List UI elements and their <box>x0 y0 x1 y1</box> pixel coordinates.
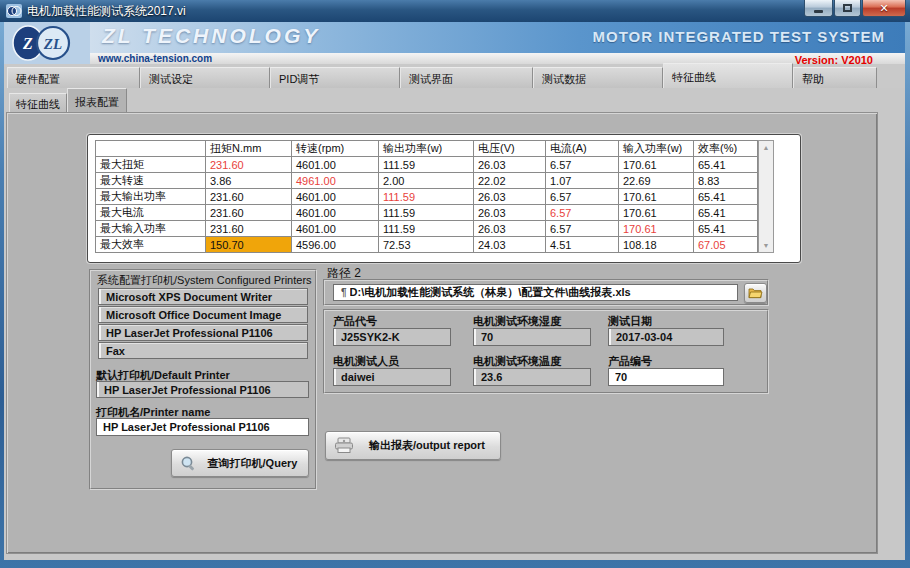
col-header-speed: 转速(rpm) <box>292 141 379 157</box>
sub-tab-characteristic-curve[interactable]: 特征曲线 <box>9 93 67 112</box>
table-cell: 6.57 <box>546 205 619 221</box>
table-cell: 72.53 <box>379 237 474 253</box>
sub-tab-report-config[interactable]: 报表配置 <box>67 88 127 112</box>
test-date-field[interactable]: 2017-03-04 <box>608 328 724 346</box>
version-label: Version: V2010 <box>795 54 873 66</box>
main-tab-test-data[interactable]: 测试数据 <box>533 67 663 88</box>
table-cell: 26.03 <box>474 205 546 221</box>
humidity-field[interactable]: 70 <box>473 328 591 346</box>
table-cell: 170.61 <box>619 157 694 173</box>
main-tab-test-settings[interactable]: 测试设定 <box>140 67 270 88</box>
system-title-text: MOTOR INTEGRATED TEST SYSTEM <box>593 28 885 45</box>
table-row-max-current: 最大电流 231.60 4601.00 111.59 26.03 6.57 17… <box>96 205 758 221</box>
printer-list-item[interactable]: Microsoft XPS Document Writer <box>98 288 308 305</box>
table-cell: 65.41 <box>694 189 758 205</box>
minimize-button[interactable] <box>804 0 833 17</box>
table-cell: 6.57 <box>546 189 619 205</box>
main-tab-characteristic-curve[interactable]: 特征曲线 <box>663 63 793 88</box>
table-cell: 4601.00 <box>292 157 379 173</box>
printer-list-item[interactable]: Microsoft Office Document Image <box>98 306 308 323</box>
table-cell: 111.59 <box>379 205 474 221</box>
table-cell: 231.60 <box>206 189 292 205</box>
printer-list-item[interactable]: Fax <box>98 342 308 359</box>
svg-text:ZL: ZL <box>43 36 62 52</box>
path-groupbox: ¶ D:\电机加载性能测试系统（林泉）\配置文件\曲线报表.xls <box>323 279 769 306</box>
table-row-max-efficiency: 最大效率 150.70 4596.00 72.53 24.03 4.51 108… <box>96 237 758 253</box>
query-printer-label: 查询打印机/Query <box>197 456 308 471</box>
tester-field[interactable]: daiwei <box>333 368 451 386</box>
website-link[interactable]: www.china-tension.com <box>98 53 212 64</box>
printer-list-item[interactable]: HP LaserJet Professional P1106 <box>98 324 308 341</box>
app-logo-icon <box>6 4 22 18</box>
row-label: 最大转速 <box>96 173 206 189</box>
brand-text: ZL TECHNOLOGY <box>102 24 320 48</box>
main-tab-pid-tuning[interactable]: PID调节 <box>270 67 400 88</box>
output-report-button[interactable]: 输出报表/output report <box>325 431 501 460</box>
close-button[interactable]: ✕ <box>862 0 906 17</box>
table-cell: 231.60 <box>206 205 292 221</box>
minimize-icon <box>814 10 823 13</box>
product-code-field[interactable]: J25SYK2-K <box>333 328 451 346</box>
temperature-label: 电机测试环境温度 <box>473 354 561 369</box>
title-bar: 电机加载性能测试系统2017.vi ✕ <box>0 0 910 22</box>
table-cell: 8.83 <box>694 173 758 189</box>
svg-text:Z: Z <box>22 35 33 52</box>
path-type-icon: ¶ <box>341 287 347 298</box>
main-tab-help[interactable]: 帮助 <box>793 67 877 88</box>
browse-path-button[interactable] <box>744 283 767 303</box>
results-table-panel: 扭矩N.mm 转速(rpm) 输出功率(w) 电压(V) 电流(A) 输入功率(… <box>87 134 801 263</box>
product-number-input[interactable] <box>608 368 724 386</box>
temperature-field[interactable]: 23.6 <box>473 368 591 386</box>
col-header-torque: 扭矩N.mm <box>206 141 292 157</box>
table-cell-selected[interactable]: 150.70 <box>206 237 292 253</box>
table-cell: 26.03 <box>474 157 546 173</box>
query-printer-button[interactable]: 查询打印机/Query <box>171 449 309 477</box>
table-cell: 22.02 <box>474 173 546 189</box>
report-path-field[interactable]: ¶ D:\电机加载性能测试系统（林泉）\配置文件\曲线报表.xls <box>333 284 738 301</box>
table-cell: 4961.00 <box>292 173 379 189</box>
table-cell: 111.59 <box>379 189 474 205</box>
scroll-up-icon[interactable]: ▲ <box>759 141 773 154</box>
table-cell: 3.86 <box>206 173 292 189</box>
maximize-icon <box>843 4 852 12</box>
table-cell: 65.41 <box>694 157 758 173</box>
printer-name-input[interactable] <box>96 418 309 436</box>
header-banner: ZL TECHNOLOGY MOTOR INTEGRATED TEST SYST… <box>90 22 905 53</box>
report-path-text: D:\电机加载性能测试系统（林泉）\配置文件\曲线报表.xls <box>350 285 631 300</box>
table-row-max-speed: 最大转速 3.86 4961.00 2.00 22.02 1.07 22.69 … <box>96 173 758 189</box>
table-header-row: 扭矩N.mm 转速(rpm) 输出功率(w) 电压(V) 电流(A) 输入功率(… <box>96 141 758 157</box>
table-vertical-scrollbar[interactable]: ▲ ▼ <box>758 140 774 253</box>
table-cell: 67.05 <box>694 237 758 253</box>
printers-groupbox: 系统配置打印机/System Configured Printers Micro… <box>89 269 317 490</box>
main-tab-hardware-config[interactable]: 硬件配置 <box>7 67 140 88</box>
client-area: Z ZL ZL TECHNOLOGY MOTOR INTEGRATED TEST… <box>4 22 905 560</box>
table-cell: 4.51 <box>546 237 619 253</box>
table-cell: 65.41 <box>694 205 758 221</box>
main-tab-test-interface[interactable]: 测试界面 <box>400 67 533 88</box>
output-report-label: 输出报表/output report <box>354 438 500 453</box>
table-cell: 26.03 <box>474 221 546 237</box>
table-cell: 6.57 <box>546 221 619 237</box>
col-header-current: 电流(A) <box>546 141 619 157</box>
maximize-button[interactable] <box>834 0 861 17</box>
table-cell: 1.07 <box>546 173 619 189</box>
report-config-page: 扭矩N.mm 转速(rpm) 输出功率(w) 电压(V) 电流(A) 输入功率(… <box>6 112 878 554</box>
window-controls: ✕ <box>803 0 906 17</box>
row-label: 最大扭矩 <box>96 157 206 173</box>
close-icon: ✕ <box>879 2 888 15</box>
col-header-voltage: 电压(V) <box>474 141 546 157</box>
folder-open-icon <box>748 287 763 299</box>
results-table: 扭矩N.mm 转速(rpm) 输出功率(w) 电压(V) 电流(A) 输入功率(… <box>95 140 758 253</box>
magnifier-icon <box>180 455 197 472</box>
table-cell: 231.60 <box>206 157 292 173</box>
default-printer-field: HP LaserJet Professional P1106 <box>96 381 309 398</box>
product-code-label: 产品代号 <box>333 314 377 329</box>
scroll-down-icon[interactable]: ▼ <box>759 239 773 252</box>
row-label: 最大电流 <box>96 205 206 221</box>
humidity-label: 电机测试环境湿度 <box>473 314 561 329</box>
app-window: 电机加载性能测试系统2017.vi ✕ Z ZL ZL TECHNOLOGY M… <box>0 0 910 568</box>
table-cell: 22.69 <box>619 173 694 189</box>
row-label: 最大输出功率 <box>96 189 206 205</box>
table-row-max-torque: 最大扭矩 231.60 4601.00 111.59 26.03 6.57 17… <box>96 157 758 173</box>
row-label: 最大输入功率 <box>96 221 206 237</box>
